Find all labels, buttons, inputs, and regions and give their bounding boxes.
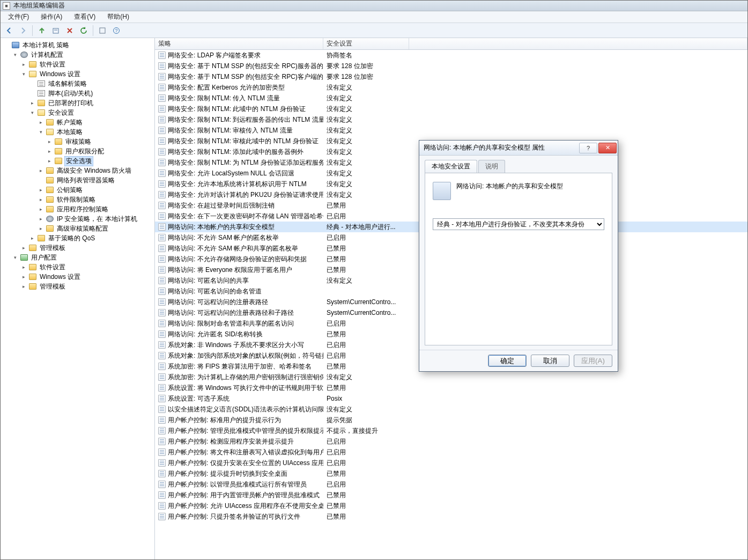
menu-item[interactable]: 操作(A) (35, 11, 68, 23)
expand-icon[interactable]: ▸ (21, 62, 27, 68)
collapse-icon[interactable]: ▾ (29, 110, 35, 116)
column-header-policy[interactable]: 策略 (155, 38, 323, 49)
tree-node[interactable]: ▸软件设置 (4, 60, 154, 69)
policy-row[interactable]: 网络安全: 基于 NTLM SSP 的(包括安全 RPC)客户端的最小...要求… (155, 71, 747, 82)
policy-value: 经典 - 对本地用户进行... (323, 223, 409, 232)
tree-node[interactable]: 域名解析策略 (4, 79, 154, 89)
policy-row[interactable]: 用户帐户控制: 允许 UIAccess 应用程序在不使用安全桌面...已禁用 (155, 500, 747, 511)
properties-dialog[interactable]: 网络访问: 本地帐户的共享和安全模型 属性 ? ✕ 本地安全设置 说明 网络访问… (419, 140, 618, 372)
tree-node[interactable]: ▸管理模板 (4, 282, 154, 291)
help-button[interactable]: ? (579, 143, 597, 153)
apply-button[interactable]: 应用(A) (574, 355, 612, 367)
tree-node[interactable]: ▸安全选项 (4, 156, 154, 166)
expand-icon[interactable]: ▸ (21, 274, 27, 280)
tree-node[interactable]: ▸帐户策略 (4, 117, 154, 127)
tree-node[interactable]: ▸已部署的打印机 (4, 98, 154, 108)
cancel-button[interactable]: 取消 (531, 355, 569, 367)
policy-name: 网络访问: 本地帐户的共享和安全模型 (168, 223, 275, 232)
collapse-icon[interactable]: ▾ (12, 255, 18, 261)
tree-node[interactable]: ▸Windows 设置 (4, 272, 154, 282)
policy-row[interactable]: 用户帐户控制: 标准用户的提升提示行为提示凭据 (155, 415, 747, 425)
policy-row[interactable]: 用户帐户控制: 管理员批准模式中管理员的提升权限提示的...不提示，直接提升 (155, 425, 747, 436)
delete-button[interactable] (63, 25, 76, 36)
titlebar[interactable]: ■ 本地组策略编辑器 (1, 1, 747, 11)
policy-row[interactable]: 系统设置: 可选子系统Posix (155, 393, 747, 404)
expand-icon[interactable]: ▸ (38, 197, 44, 203)
tree-node[interactable]: ▸审核策略 (4, 137, 154, 146)
tree-node[interactable]: 脚本(启动/关机) (4, 89, 154, 98)
policy-row[interactable]: 以安全描述符定义语言(SDDL)语法表示的计算机访问限制没有定义 (155, 404, 747, 415)
tree-pane[interactable]: 本地计算机 策略▾计算机配置▸软件设置▾Windows 设置域名解析策略脚本(启… (1, 38, 155, 559)
expand-icon[interactable]: ▸ (38, 216, 44, 222)
up-button[interactable] (35, 25, 48, 36)
help-button[interactable]: ? (110, 25, 123, 36)
tree-node[interactable]: 本地计算机 策略 (4, 40, 154, 50)
expand-icon[interactable]: ▸ (38, 207, 44, 212)
policy-row[interactable]: 用户帐户控制: 用于内置管理员帐户的管理员批准模式已禁用 (155, 490, 747, 500)
back-button[interactable] (3, 25, 16, 36)
policy-row[interactable]: 网络安全: 限制 NTLM: 此域中的 NTLM 身份验证没有定义 (155, 104, 747, 114)
tree-node[interactable]: ▾计算机配置 (4, 50, 154, 60)
dialog-titlebar[interactable]: 网络访问: 本地帐户的共享和安全模型 属性 ? ✕ (419, 141, 618, 156)
policy-row[interactable]: 网络安全: 限制 NTLM: 传入 NTLM 流量没有定义 (155, 93, 747, 104)
expand-icon[interactable]: ▸ (38, 226, 44, 232)
tree-node[interactable]: ▾本地策略 (4, 127, 154, 137)
policy-row[interactable]: 用户帐户控制: 以管理员批准模式运行所有管理员已启用 (155, 479, 747, 490)
policy-row[interactable]: 用户帐户控制: 提示提升时切换到安全桌面已禁用 (155, 468, 747, 479)
tree-node[interactable]: ▸软件限制策略 (4, 195, 154, 204)
policy-row[interactable]: 用户帐户控制: 将文件和注册表写入错误虚拟化到每用户位置已启用 (155, 447, 747, 458)
policy-row[interactable]: 网络安全: 配置 Kerberos 允许的加密类型没有定义 (155, 82, 747, 93)
collapse-icon[interactable]: ▾ (38, 129, 44, 135)
tree-node[interactable]: ▸管理模板 (4, 243, 154, 253)
expand-icon[interactable]: ▸ (38, 187, 44, 193)
policy-row[interactable]: 网络安全: 基于 NTLM SSP 的(包括安全 RPC)服务器的最小...要求… (155, 61, 747, 71)
policy-row[interactable]: 网络安全: 限制 NTLM: 审核传入 NTLM 流量没有定义 (155, 125, 747, 136)
policy-row[interactable]: 网络安全: LDAP 客户端签名要求协商签名 (155, 50, 747, 61)
policy-icon (158, 94, 166, 102)
expand-icon[interactable]: ▸ (47, 139, 53, 145)
expand-icon[interactable]: ▸ (21, 284, 27, 290)
ok-button[interactable]: 确定 (488, 355, 527, 367)
security-model-select[interactable]: 经典 - 对本地用户进行身份验证，不改变其本来身份 (433, 218, 604, 230)
tree-node[interactable]: ▸高级安全 Windows 防火墙 (4, 166, 154, 175)
menu-item[interactable]: 查看(V) (69, 11, 101, 23)
tree-node[interactable]: ▾Windows 设置 (4, 69, 154, 79)
policy-row[interactable]: 用户帐户控制: 检测应用程序安装并提示提升已启用 (155, 436, 747, 447)
close-button[interactable]: ✕ (598, 143, 617, 153)
policy-icon (158, 212, 166, 220)
collapse-icon[interactable]: ▾ (21, 71, 27, 77)
refresh-button[interactable] (77, 25, 90, 36)
tree-node[interactable]: ▸应用程序控制策略 (4, 204, 154, 214)
tree-node[interactable]: ▸IP 安全策略，在 本地计算机 (4, 214, 154, 224)
expand-icon[interactable]: ▸ (29, 100, 35, 106)
expand-icon[interactable]: ▸ (38, 168, 44, 174)
tree-node[interactable]: ▸软件设置 (4, 262, 154, 272)
collapse-icon[interactable]: ▾ (12, 52, 18, 58)
tab-local-security[interactable]: 本地安全设置 (425, 160, 477, 173)
expand-icon[interactable]: ▸ (47, 158, 53, 164)
policy-row[interactable]: 用户帐户控制: 只提升签名并验证的可执行文件已禁用 (155, 511, 747, 522)
menu-item[interactable]: 帮助(H) (102, 11, 135, 23)
expand-icon[interactable]: ▸ (47, 149, 53, 154)
expand-icon[interactable]: ▸ (38, 120, 44, 126)
tree-node[interactable]: ▸用户权限分配 (4, 146, 154, 156)
forward-button[interactable] (17, 25, 29, 36)
export-button[interactable] (96, 25, 109, 36)
tree-node[interactable]: ▸高级审核策略配置 (4, 224, 154, 233)
tab-explain[interactable]: 说明 (478, 160, 505, 173)
expand-icon[interactable]: ▸ (21, 245, 27, 251)
tree-node[interactable]: ▸基于策略的 QoS (4, 233, 154, 243)
menu-item[interactable]: 文件(F) (3, 11, 34, 23)
policy-row[interactable]: 系统加密: 为计算机上存储的用户密钥强制进行强密钥保护没有定义 (155, 372, 747, 382)
tree-node[interactable]: 网络列表管理器策略 (4, 175, 154, 185)
tree-node[interactable]: ▸公钥策略 (4, 185, 154, 195)
tree-node[interactable]: ▾用户配置 (4, 253, 154, 262)
properties-button[interactable] (49, 25, 62, 36)
policy-row[interactable]: 用户帐户控制: 仅提升安装在安全位置的 UIAccess 应用程序已启用 (155, 458, 747, 468)
policy-row[interactable]: 系统设置: 将 Windows 可执行文件中的证书规则用于软件...已禁用 (155, 382, 747, 393)
expand-icon[interactable]: ▸ (21, 264, 27, 270)
policy-row[interactable]: 网络安全: 限制 NTLM: 到远程服务器的传出 NTLM 流量没有定义 (155, 114, 747, 125)
tree-node[interactable]: ▾安全设置 (4, 108, 154, 117)
column-header-value[interactable]: 安全设置 (323, 38, 409, 49)
expand-icon[interactable]: ▸ (29, 235, 35, 241)
